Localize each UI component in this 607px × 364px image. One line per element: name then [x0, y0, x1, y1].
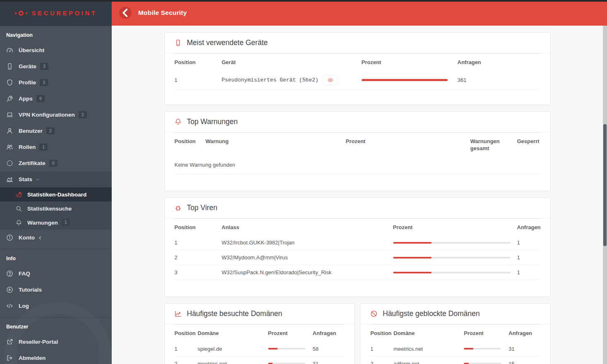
table-header-row: PositionAnlassProzentAnfragen	[175, 218, 540, 235]
sidebar: SECUREPOINT NavigationÜbersichtGeräte3Pr…	[0, 0, 112, 364]
count-badge: 1	[62, 219, 70, 226]
percent-bar-track	[393, 257, 511, 259]
cell-percent	[268, 342, 313, 357]
content-area: Meist verwendete GerätePositionGerätProz…	[112, 26, 603, 364]
sidebar-item-abmelden[interactable]: Abmelden	[0, 350, 112, 364]
bug-icon	[175, 204, 182, 211]
info-icon	[6, 234, 13, 241]
cell-text: 3	[175, 265, 222, 280]
sidebar-item-stats[interactable]: Stats	[0, 171, 112, 187]
table-header-row: PositionGerätProzentAnfragen	[175, 54, 540, 71]
table-header-row: PositionDomäneProzentAnfragen	[370, 325, 540, 342]
card-header: Meist verwendete Geräte	[165, 33, 550, 53]
sidebar-item-vpn-konfigurationen[interactable]: VPN Konfigurationen2	[0, 107, 112, 123]
column-header: Position	[175, 218, 222, 235]
sidebar-item-benutzer[interactable]: Benutzer2	[0, 123, 112, 139]
user-icon	[6, 127, 13, 134]
line-chart-icon	[175, 310, 182, 317]
eye-icon	[327, 77, 333, 83]
sidebar-item-ger-te[interactable]: Geräte3	[0, 58, 112, 74]
card-title: Häufigste geblockte Domänen	[383, 309, 480, 318]
table-row: 1meetrics.net31	[370, 342, 540, 357]
data-table: PositionGerätProzentAnfragen1Pseudonymis…	[175, 53, 540, 90]
logout-icon	[6, 354, 13, 362]
cell-text: 58	[313, 342, 345, 357]
sidebar-item-zertifikate[interactable]: Zertifikate0	[0, 155, 112, 171]
sidebar-item-label: Benutzer	[19, 128, 43, 134]
table-row: 2W32/Mydoom.A@mm|Virus1	[175, 250, 540, 265]
cell-text: W32/SuspPack.N.gen!Eldorado|Security_Ris…	[222, 265, 393, 280]
chart-icon	[6, 176, 13, 183]
sidebar-item-label: Statistikensuche	[27, 206, 72, 212]
rocket-icon	[6, 95, 13, 102]
external-link-icon	[6, 338, 13, 345]
sidebar-item-label: Zertifikate	[19, 160, 46, 166]
card-title: Top Warnungen	[187, 117, 238, 126]
certificate-icon	[6, 160, 13, 167]
scrollbar-thumb[interactable]	[603, 124, 607, 246]
pie-chart-icon	[16, 192, 22, 198]
sidebar-item-konto[interactable]: Konto	[0, 230, 112, 246]
cell-percent	[464, 342, 509, 357]
column-header: Gesperrt	[517, 132, 540, 157]
sidebar-item-label: Log	[19, 303, 29, 309]
sidebar-item-label: Geräte	[19, 63, 36, 69]
column-header: Prozent	[464, 325, 509, 342]
bell-icon	[16, 220, 22, 226]
count-badge: 9	[36, 95, 45, 102]
card-body: PositionWarnungProzentWarnungen gesamtGe…	[165, 132, 550, 191]
main-area: Mobile Security Meist verwendete GeräteP…	[112, 0, 607, 364]
sidebar-item-label: Rollen	[19, 144, 36, 150]
column-header: Anfragen	[313, 325, 345, 342]
sidebar-item-warnungen[interactable]: Warnungen1	[0, 216, 112, 230]
cell-text: 2	[175, 250, 222, 265]
sidebar-item-log[interactable]: Log	[0, 298, 112, 314]
cell-percent	[362, 71, 458, 90]
table-row: 2adform.net15	[370, 356, 540, 364]
search-icon	[16, 206, 22, 212]
sidebar-item-label: VPN Konfigurationen	[19, 112, 75, 118]
cell-text: 31	[313, 356, 345, 364]
data-table: PositionAnlassProzentAnfragen1W32/Ircbot…	[175, 218, 540, 280]
scrollbar-track[interactable]	[603, 26, 607, 364]
sidebar-item-profile[interactable]: Profile3	[0, 74, 112, 91]
count-badge: 1	[39, 144, 48, 151]
gauge-icon	[6, 47, 13, 54]
table-row: 1Pseudonymisiertes Gerät (5be2)361	[175, 71, 540, 90]
cell-text: W32/Ircbot.GUKK-3982|Trojan	[222, 235, 393, 250]
percent-bar-track	[268, 348, 305, 350]
sidebar-item-statistiken-dashboard[interactable]: Statistiken-Dashboard	[0, 187, 112, 201]
smartphone-icon	[175, 39, 182, 46]
sidebar-item-faq[interactable]: FAQ	[0, 266, 112, 282]
bell-icon	[175, 118, 182, 125]
sidebar-nav: NavigationÜbersichtGeräte3Profile3Apps9V…	[0, 26, 112, 364]
smartphone-icon	[6, 63, 13, 70]
sidebar-group-stats: StatsStatistiken-DashboardStatistikensuc…	[0, 171, 112, 230]
view-device-button[interactable]	[323, 75, 338, 85]
cell-text: 2	[175, 356, 198, 364]
logo-dot-icon	[15, 12, 17, 14]
sidebar-item-bersicht[interactable]: Übersicht	[0, 42, 112, 58]
column-header: Anfragen	[509, 325, 540, 342]
sidebar-item-rollen[interactable]: Rollen1	[0, 139, 112, 155]
column-header: Gerät	[222, 54, 362, 71]
sidebar-item-label: Apps	[19, 96, 33, 102]
card-title: Top Viren	[187, 204, 218, 212]
back-button[interactable]	[119, 7, 132, 19]
card-title: Häufigste besuchte Domänen	[187, 309, 283, 318]
count-badge: 3	[40, 79, 48, 86]
table-row: 1W32/Ircbot.GUKK-3982|Trojan1	[175, 235, 540, 250]
sidebar-item-apps[interactable]: Apps9	[0, 91, 112, 107]
sidebar-item-label: Abmelden	[19, 355, 46, 361]
card-header: Häufigste besuchte Domänen	[165, 304, 355, 324]
cell-text: 1	[517, 250, 540, 265]
sidebar-item-reseller-portal[interactable]: Reseller-Portal	[0, 334, 112, 350]
card-top-visited-domains: Häufigste besuchte DomänenPositionDomäne…	[164, 303, 355, 364]
sidebar-item-statistikensuche[interactable]: Statistikensuche	[0, 201, 112, 216]
count-badge: 2	[79, 111, 87, 118]
column-header: Warnungen gesamt	[470, 132, 517, 157]
sidebar-item-tutorials[interactable]: Tutorials	[0, 282, 112, 298]
cell-text: adform.net	[393, 356, 464, 364]
data-table: PositionDomäneProzentAnfragen1meetrics.n…	[370, 324, 540, 364]
cell-text: 1	[175, 71, 222, 90]
